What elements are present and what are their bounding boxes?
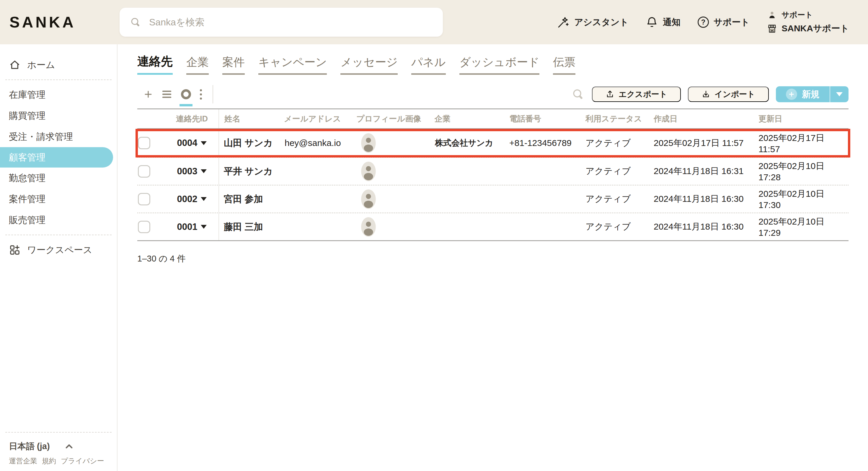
avatar — [361, 217, 376, 237]
new-dropdown-button[interactable] — [830, 86, 848, 102]
add-icon[interactable] — [144, 90, 153, 99]
phone-cell: +81-123456789 — [508, 129, 585, 157]
pagination-summary: 1–30 の 4 件 — [137, 253, 848, 265]
row-caret-icon[interactable] — [201, 197, 207, 201]
contact-id: 0003 — [177, 166, 197, 177]
created-cell: 2024年11月18日 16:31 — [654, 158, 758, 185]
sidebar-item-label: 販売管理 — [9, 214, 45, 226]
sidebar-divider — [5, 235, 112, 235]
row-checkbox[interactable] — [138, 221, 150, 233]
table-row[interactable]: 0002 宮田 参加 — [137, 185, 848, 212]
column-header[interactable]: メールアドレス — [278, 109, 353, 128]
new-button[interactable]: 新規 — [776, 86, 830, 102]
search-input[interactable] — [149, 17, 433, 28]
updated-cell: 2025年02月10日 17:29 — [758, 213, 848, 240]
top-bar: SANKA アシスタント — [0, 0, 868, 44]
contacts-table: 連絡先ID 姓名 メールアドレス プロフィール画像 企業 電話番号 利用ステータ… — [137, 109, 848, 241]
kebab-icon[interactable] — [200, 89, 202, 99]
sidebar-item[interactable]: 勤怠管理 — [0, 168, 117, 188]
contact-id: 0001 — [177, 222, 197, 232]
workspace-grid-icon — [9, 244, 21, 256]
sidebar-item[interactable]: 在庫管理 — [0, 84, 117, 105]
account-menu[interactable]: サポート SANKAサポート — [767, 10, 849, 35]
updated-cell: 2025年02月10日 17:28 — [758, 158, 848, 185]
sidebar-item[interactable]: 顧客管理 — [0, 147, 113, 168]
column-header[interactable]: 姓名 — [219, 109, 278, 128]
sidebar-divider — [5, 80, 112, 80]
row-caret-icon[interactable] — [201, 225, 207, 229]
footer-link[interactable]: 規約 — [42, 456, 56, 466]
export-button[interactable]: エクスポート — [592, 87, 681, 102]
column-header[interactable]: 連絡先ID — [165, 109, 219, 128]
row-caret-icon[interactable] — [201, 141, 207, 145]
home-icon — [9, 59, 21, 71]
language-selector[interactable]: 日本語 (ja) — [0, 437, 117, 456]
sidebar-item-home[interactable]: ホーム — [0, 54, 117, 75]
support-button[interactable]: ? サポート — [698, 16, 750, 28]
tab[interactable]: メッセージ — [340, 55, 398, 75]
row-caret-icon[interactable] — [201, 169, 207, 173]
table-row[interactable]: 0004 山田 サンカ hey@sanka.io 株式会社 — [137, 129, 848, 157]
contact-id-cell[interactable]: 0003 — [165, 158, 219, 185]
sidebar-item[interactable]: 販売管理 — [0, 209, 117, 231]
status-cell: アクティブ — [585, 158, 654, 185]
assistant-button[interactable]: アシスタント — [557, 16, 628, 28]
avatar-cell — [353, 158, 431, 185]
global-search[interactable] — [120, 8, 443, 37]
tab[interactable]: パネル — [411, 55, 446, 75]
list-view-icon[interactable] — [161, 90, 172, 99]
contact-id: 0004 — [177, 138, 197, 148]
column-header[interactable]: 利用ステータス — [585, 109, 654, 128]
name-cell: 宮田 参加 — [219, 185, 278, 212]
updated-cell: 2025年02月10日 17:30 — [758, 185, 848, 212]
phone-cell — [508, 213, 585, 240]
contact-id-cell[interactable]: 0002 — [165, 185, 219, 212]
tab[interactable]: 連絡先 — [137, 53, 173, 75]
sidebar-item[interactable]: 案件管理 — [0, 188, 117, 209]
phone-cell — [508, 185, 585, 212]
toolbar-divider — [213, 85, 213, 104]
tab[interactable]: 伝票 — [553, 55, 576, 75]
contact-id-cell[interactable]: 0004 — [165, 129, 219, 157]
column-header[interactable]: 作成日 — [654, 109, 758, 128]
column-header[interactable]: 電話番号 — [508, 109, 585, 128]
sidebar-item-workspace[interactable]: ワークスペース — [0, 239, 117, 260]
circle-view-icon[interactable] — [181, 89, 191, 99]
checkbox-cell — [137, 129, 165, 157]
phone-cell — [508, 158, 585, 185]
import-button[interactable]: インポート — [688, 87, 769, 102]
table-search-icon[interactable] — [571, 87, 585, 101]
contact-id: 0002 — [177, 194, 197, 204]
notifications-label: 通知 — [663, 16, 681, 28]
footer-link[interactable]: 運営企業 — [9, 456, 37, 466]
column-header[interactable]: 企業 — [431, 109, 508, 128]
row-checkbox[interactable] — [138, 193, 150, 205]
column-header[interactable]: プロフィール画像 — [353, 109, 431, 128]
column-header[interactable]: 更新日 — [758, 109, 848, 128]
tab[interactable]: 企業 — [186, 55, 209, 75]
row-checkbox[interactable] — [138, 165, 150, 178]
column-header-checkbox — [137, 109, 165, 128]
created-cell: 2025年02月17日 11:57 — [654, 129, 758, 157]
status-cell: アクティブ — [585, 129, 654, 157]
search-icon — [130, 16, 142, 28]
sidebar-item[interactable]: 受注・請求管理 — [0, 126, 117, 147]
notifications-button[interactable]: 通知 — [646, 16, 681, 28]
module-tabs: 連絡先 企業 案件 キャンペーン メッセージ パネル ダッシュボード 伝票 — [137, 53, 848, 75]
status-cell: アクティブ — [585, 213, 654, 240]
table-row[interactable]: 0001 藤田 三加 — [137, 212, 848, 240]
account-user-row: サポート — [767, 10, 849, 20]
tab[interactable]: キャンペーン — [258, 55, 327, 75]
sidebar-item-label: 勤怠管理 — [9, 172, 45, 184]
sidebar-item[interactable]: 購買管理 — [0, 105, 117, 126]
tab[interactable]: 案件 — [222, 55, 245, 75]
sidebar-item-label: 案件管理 — [9, 193, 45, 205]
tab[interactable]: ダッシュボード — [459, 55, 539, 75]
contact-id-cell[interactable]: 0001 — [165, 213, 219, 240]
row-checkbox[interactable] — [138, 137, 150, 149]
footer-links: 運営企業 規約 プライバシー — [0, 456, 117, 466]
footer-link[interactable]: プライバシー — [61, 456, 104, 466]
name-cell: 山田 サンカ — [219, 129, 278, 157]
wand-icon — [557, 16, 569, 28]
table-row[interactable]: 0003 平井 サンカ — [137, 157, 848, 185]
